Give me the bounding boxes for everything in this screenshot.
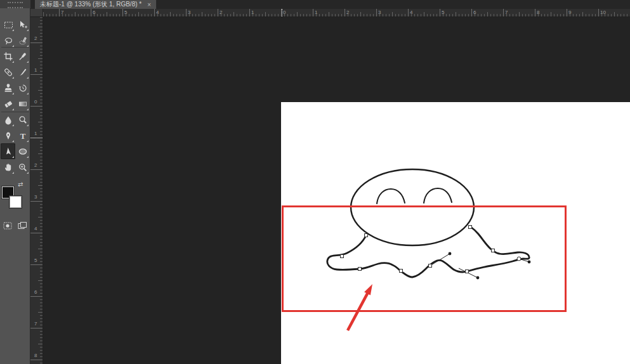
history-brush-tool[interactable] [15, 80, 30, 96]
ruler-label: 2 [346, 9, 349, 16]
ruler-label: 1 [251, 9, 254, 16]
ruler-label: 1 [34, 67, 37, 73]
ruler-label: 1 [315, 9, 317, 16]
hand-tool[interactable] [1, 159, 15, 175]
ruler-label: 9 [568, 9, 571, 16]
ruler-major-tick [218, 9, 218, 16]
ruler-major-tick [30, 360, 43, 360]
rectangular-marquee-icon [3, 20, 13, 30]
background-color-swatch[interactable] [10, 196, 22, 208]
ruler-major-tick [567, 9, 567, 16]
zoom-tool[interactable] [15, 159, 30, 175]
blur-icon [3, 115, 13, 125]
mouse-position-marker [30, 138, 43, 138]
ruler-major-tick [30, 233, 43, 233]
pen-icon [3, 131, 13, 141]
document-tab-bar: 未标题-1 @ 133% (形状 1, RGB/8) * × [30, 0, 630, 9]
ruler-major-tick [154, 9, 155, 16]
ruler-major-tick [408, 9, 409, 16]
screen-mode-icon [17, 221, 27, 231]
ruler-mid-ticks [43, 12, 630, 16]
photoshop-window: T ⇄ 未标题-1 @ 133% (形状 [0, 0, 630, 364]
brush-tool[interactable] [15, 64, 30, 80]
clone-stamp-icon [3, 83, 13, 93]
color-swatches: ⇄ [0, 181, 30, 214]
ruler-major-tick [440, 9, 440, 16]
screen-mode-button[interactable] [15, 218, 29, 233]
eraser-icon [3, 99, 13, 109]
type-icon: T [18, 131, 28, 141]
ruler-label: 4 [410, 9, 412, 16]
ruler-major-tick [30, 328, 43, 328]
mouse-position-marker [282, 9, 282, 16]
document-canvas[interactable] [281, 102, 630, 364]
tab-close-icon[interactable]: × [147, 1, 151, 8]
quick-mask-button[interactable] [1, 218, 15, 233]
ruler-label: 0 [283, 9, 285, 16]
ruler-label: 2 [220, 9, 222, 16]
ruler-label: 10 [600, 9, 606, 16]
ruler-major-tick [59, 9, 60, 16]
dodge-tool[interactable] [15, 112, 30, 127]
history-brush-icon [18, 83, 28, 93]
blur-tool[interactable] [1, 112, 15, 127]
ruler-major-tick [535, 9, 535, 16]
ruler-label: 8 [537, 9, 539, 16]
quick-selection-tool[interactable] [15, 32, 30, 48]
clone-stamp-tool[interactable] [1, 80, 15, 96]
horizontal-ruler[interactable]: 7654321012345678910 [43, 9, 630, 17]
ruler-major-tick [30, 201, 43, 202]
rectangular-marquee-tool[interactable] [1, 16, 15, 32]
document-tab[interactable]: 未标题-1 @ 133% (形状 1, RGB/8) * × [35, 0, 157, 9]
ruler-label: 7 [61, 9, 63, 16]
tools-panel-grip[interactable] [0, 0, 30, 8]
ruler-label: 2 [34, 36, 37, 41]
tools-panel: T ⇄ [0, 0, 30, 364]
ruler-label: 0 [34, 99, 37, 105]
ruler-major-tick [598, 9, 599, 16]
eraser-tool[interactable] [1, 96, 15, 112]
lasso-tool[interactable] [1, 32, 15, 48]
ruler-label: 4 [34, 226, 37, 231]
ruler-label: 5 [124, 9, 127, 16]
type-tool[interactable]: T [15, 127, 30, 143]
ruler-label: 6 [34, 289, 37, 295]
ruler-label: 4 [156, 9, 159, 16]
healing-brush-icon [3, 67, 13, 77]
ruler-major-tick [186, 9, 187, 16]
ruler-major-tick [30, 264, 43, 265]
ruler-label: 6 [473, 9, 476, 16]
healing-brush-tool[interactable] [1, 64, 15, 80]
move-tool[interactable] [15, 16, 30, 32]
document-tab-title: 未标题-1 @ 133% (形状 1, RGB/8) * [40, 0, 141, 9]
ruler-major-tick [30, 296, 43, 297]
ruler-mid-ticks [38, 17, 43, 364]
vertical-ruler[interactable]: 21012345678 [30, 17, 43, 364]
ruler-major-tick [313, 9, 313, 16]
ruler-major-tick [30, 74, 43, 75]
crop-tool[interactable] [1, 48, 15, 64]
svg-text:T: T [20, 131, 25, 140]
tool-group-divider [1, 47, 29, 48]
ruler-major-tick [122, 9, 123, 16]
ruler-corner[interactable] [30, 9, 43, 17]
ellipse-shape-tool[interactable] [15, 143, 30, 159]
ruler-major-tick [91, 9, 91, 16]
swap-colors-icon[interactable]: ⇄ [18, 181, 23, 188]
brush-icon [18, 67, 28, 77]
path-selection-icon [3, 146, 13, 157]
ellipse-shape-icon [18, 146, 28, 157]
eyedropper-icon [18, 51, 28, 62]
ruler-label: 2 [34, 162, 37, 168]
quick-mask-icon [3, 221, 13, 231]
tool-group-divider [1, 112, 29, 112]
path-selection-tool[interactable] [1, 143, 15, 159]
ruler-major-tick [30, 42, 43, 43]
zoom-icon [18, 162, 28, 172]
gradient-tool[interactable] [15, 96, 30, 112]
pen-tool[interactable] [1, 127, 15, 143]
quick-selection-icon [18, 36, 28, 46]
ruler-label: 1 [34, 131, 37, 136]
eyedropper-tool[interactable] [15, 48, 30, 64]
crop-icon [3, 51, 13, 62]
